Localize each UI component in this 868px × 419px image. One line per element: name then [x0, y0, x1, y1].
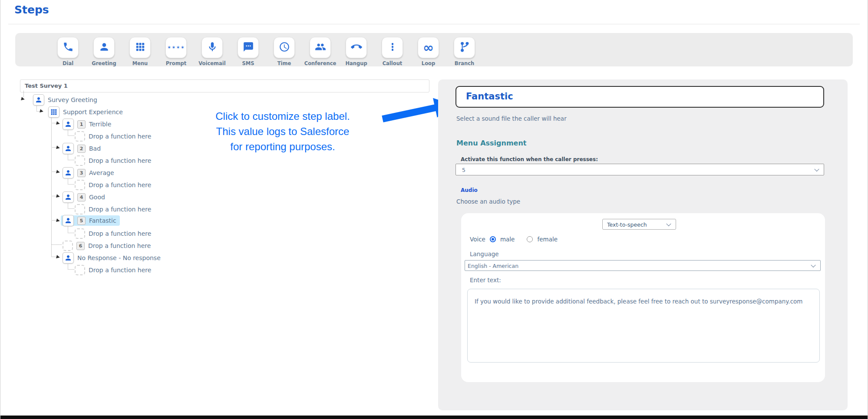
tree-node-average[interactable]: 3 Average [61, 167, 118, 179]
audio-type-select[interactable]: Text-to-speech [602, 219, 676, 230]
key-press-badge: 1 [77, 120, 86, 129]
key-press-badge: 2 [77, 145, 86, 153]
vertical-dots-icon-button[interactable] [382, 37, 403, 58]
toolbar-label: Voicemail [198, 60, 225, 66]
bottom-bar [0, 416, 868, 419]
tree-node-support-experience[interactable]: Support Experience [46, 106, 126, 118]
language-label: Language [470, 251, 499, 257]
drop-target-icon[interactable] [63, 241, 73, 251]
tree-drop-slot[interactable]: Drop a function here [73, 228, 155, 240]
tree-expand-arrow-icon[interactable] [40, 109, 44, 113]
tree-expand-arrow-icon[interactable] [56, 170, 60, 174]
tree-node-no-response[interactable]: No Response - No response [61, 252, 164, 264]
person-icon [63, 191, 74, 203]
language-select[interactable]: English - American [465, 260, 821, 271]
tree-node-terrible[interactable]: 1 Terrible [61, 118, 115, 130]
vertical-dots-icon [387, 41, 398, 54]
voice-female-radio[interactable] [527, 236, 533, 242]
toolbar-item-hangup[interactable]: Hangup [346, 37, 366, 66]
loop-button[interactable]: ∞ [418, 37, 439, 58]
survey-name-input[interactable]: Test Survey 1 [20, 79, 429, 92]
greeting-button[interactable] [93, 37, 115, 58]
tts-text-input[interactable]: If you would like to provide additional … [467, 289, 820, 363]
voice-female-label[interactable]: female [537, 236, 558, 243]
toolbar-item-conference[interactable]: Conference [310, 37, 330, 66]
tree-drop-slot[interactable]: Drop a function here [73, 179, 155, 191]
drop-slot-label: Drop a function here [89, 133, 151, 140]
tree-row: 3 Average [20, 166, 411, 178]
press-key-select[interactable]: 5 [455, 164, 824, 175]
tree-drop-slot[interactable]: Drop a function here [73, 203, 155, 215]
toolbar-label: SMS [242, 60, 254, 66]
toolbar-label: Loop [422, 60, 435, 66]
tree-row: 4 Good [20, 190, 411, 202]
toolbar-label: Dial [63, 60, 73, 66]
tree-node-good[interactable]: 4 Good [61, 191, 109, 203]
tree-drop-slot[interactable]: Drop a function here [73, 130, 155, 142]
key-press-badge: 4 [77, 193, 86, 201]
conference-button[interactable] [310, 37, 331, 58]
drop-slot-label: Drop a function here [89, 157, 151, 164]
step-settings-panel: Fantastic Select a sound file the caller… [438, 79, 848, 410]
prompt-button[interactable]: ✶✶✶✶ [165, 37, 187, 58]
toolbar-label: Callout [383, 60, 403, 66]
sound-file-hint: Select a sound file the caller will hear [456, 115, 567, 122]
tree-expand-arrow-icon[interactable] [21, 97, 25, 101]
tree-node-bad[interactable]: 2 Bad [61, 142, 104, 155]
drop-target-icon[interactable] [75, 228, 85, 239]
branch-button[interactable] [454, 37, 475, 58]
toolbar-item-menu[interactable]: Menu [130, 37, 150, 66]
annotation-text: Click to customize step label. This valu… [187, 109, 378, 154]
toolbar-item-prompt[interactable]: ✶✶✶✶ Prompt [166, 37, 186, 66]
toolbar-item-time[interactable]: Time [274, 37, 294, 66]
tree-drop-slot[interactable]: Drop a function here [73, 155, 155, 167]
person-icon [99, 41, 110, 54]
drop-target-icon[interactable] [75, 204, 85, 214]
tree-expand-arrow-icon[interactable] [56, 145, 60, 150]
language-value: English - American [468, 263, 820, 269]
tree-expand-arrow-icon[interactable] [56, 218, 60, 223]
tree-row: No Response - No response [20, 251, 411, 263]
tree-row: Drop a function here [20, 227, 411, 239]
toolbar-item-voicemail[interactable]: Voicemail [202, 37, 222, 66]
dial-button[interactable] [57, 37, 79, 58]
toolbar-item-callout[interactable]: Callout [382, 37, 403, 66]
tree-expand-arrow-icon[interactable] [56, 121, 60, 125]
stars-icon: ✶✶✶✶ [167, 45, 185, 50]
grid-icon-button[interactable] [129, 37, 151, 58]
microphone-icon [207, 41, 218, 54]
tree-row: 5 Fantastic [20, 214, 411, 227]
toolbar-item-branch[interactable]: Branch [454, 37, 475, 66]
grid-icon [135, 41, 146, 54]
tree-node-survey-greeting[interactable]: Survey Greeting [31, 94, 101, 106]
voice-male-label[interactable]: male [500, 236, 515, 243]
tree-node-fantastic-selected[interactable]: 5 Fantastic [61, 215, 120, 226]
toolbar-label: Time [277, 60, 291, 66]
drop-target-icon[interactable] [75, 265, 85, 275]
audio-type-value: Text-to-speech [607, 221, 676, 228]
step-label-input[interactable]: Fantastic [455, 86, 824, 108]
time-button[interactable] [274, 37, 295, 58]
tree-expand-arrow-icon[interactable] [56, 255, 60, 259]
toolbar-item-sms[interactable]: SMS [238, 37, 258, 66]
tree-node-label: Good [89, 194, 105, 201]
voicemail-button[interactable] [201, 37, 223, 58]
tree-expand-arrow-icon[interactable] [56, 194, 60, 198]
toolbar-item-dial[interactable]: Dial [58, 37, 78, 66]
drop-target-icon[interactable] [75, 131, 85, 142]
people-group-icon [315, 41, 326, 54]
toolbar-item-loop[interactable]: ∞ Loop [418, 37, 439, 66]
drop-slot-label: Drop a function here [89, 267, 151, 274]
tree-node-label: Fantastic [89, 217, 116, 224]
voice-male-radio[interactable] [490, 236, 496, 242]
tree-drop-slot-6[interactable]: 6 Drop a function here [61, 240, 154, 252]
hangup-button[interactable] [346, 37, 367, 58]
sms-button[interactable] [238, 37, 259, 58]
drop-target-icon[interactable] [75, 155, 85, 166]
function-toolbar: Dial Greeting Menu ✶✶✶✶ Prompt Voicemail [15, 33, 853, 66]
tree-drop-slot[interactable]: Drop a function here [73, 264, 155, 276]
key-press-badge: 3 [77, 169, 86, 177]
enter-text-label: Enter text: [470, 277, 501, 284]
drop-target-icon[interactable] [75, 180, 85, 190]
toolbar-item-greeting[interactable]: Greeting [94, 37, 114, 66]
